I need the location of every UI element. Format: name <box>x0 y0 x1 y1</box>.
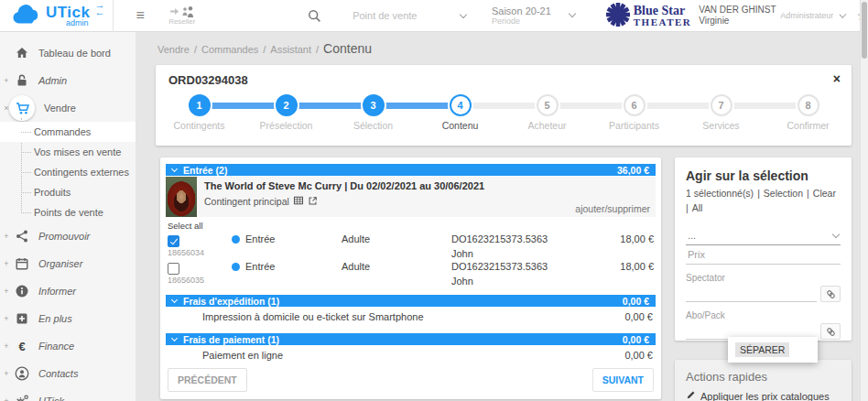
search-icon[interactable] <box>308 9 321 23</box>
vertical-scrollbar[interactable] <box>860 0 868 401</box>
sidebar-subitem-label: Vos mises en vente <box>34 146 121 157</box>
point-de-vente-select[interactable]: Point de vente <box>353 10 466 21</box>
sidebar-subitem-label: Points de vente <box>34 207 103 218</box>
sidebar-item-contacts[interactable]: + Contacts <box>0 360 136 387</box>
chevron-down-icon <box>171 166 178 172</box>
section-title: Frais d'expédition (1) <box>183 296 279 307</box>
sidebar-item-vos-mises-en-vente[interactable]: Vos mises en vente <box>0 142 136 162</box>
org-name: Blue Star <box>634 5 691 17</box>
section-title: Entrée (2) <box>183 165 227 176</box>
user-role: Administrateur <box>780 11 833 21</box>
breadcrumb-commandes[interactable]: Commandes <box>201 44 258 55</box>
step-services[interactable]: 7Services <box>678 91 765 131</box>
step-label: Acheteur <box>527 120 566 131</box>
event-title: The World of Steve Mc Curry | Du 02/02/2… <box>204 180 570 191</box>
step-selection[interactable]: 3Sélection <box>330 91 417 131</box>
reseller-button[interactable]: Reseller <box>168 5 201 26</box>
section-header-paiement[interactable]: Frais de paiement (1) 0,00 € <box>166 333 656 345</box>
breadcrumb-vendre[interactable]: Vendre <box>157 44 190 55</box>
sidebar-item-promouvoir[interactable]: + Promouvoir <box>0 222 136 250</box>
ticket-category: Adulte <box>342 261 451 272</box>
price-input[interactable] <box>686 245 841 265</box>
logo-arrows-icon: →← <box>95 1 105 16</box>
breadcrumb-assistant[interactable]: Assistant <box>270 44 311 55</box>
fee-row: Paiement en ligne 0,00 € <box>166 345 656 364</box>
ticket-id: 18656034 <box>168 248 232 257</box>
section-header-expedition[interactable]: Frais d'expédition (1) 0,00 € <box>166 295 656 307</box>
euro-icon: € <box>15 339 29 353</box>
sidebar-subitem-label: Produits <box>34 187 71 198</box>
next-button[interactable]: SUIVANT <box>592 368 654 392</box>
section-total: 0,00 € <box>623 334 649 345</box>
sidebar-item-utick[interactable]: + UTick <box>0 387 136 401</box>
step-contingents[interactable]: 1Contingents <box>156 91 243 131</box>
selection-action-panel: Agir sur la sélection 1 sélectionné(s) |… <box>675 157 852 341</box>
step-label: Contenu <box>442 120 479 131</box>
menu-item-separer[interactable]: SÉPARER <box>735 342 789 357</box>
app-logo[interactable]: UTick →← admin <box>0 0 114 32</box>
ticket-type: Entrée <box>245 261 275 272</box>
link-abopack-button[interactable] <box>820 323 841 340</box>
table-icon[interactable] <box>293 195 304 208</box>
ticket-price: 18,00 € <box>586 261 654 272</box>
season-select[interactable]: Saison 20-21 Periode <box>492 5 575 27</box>
sidebar-item-en-plus[interactable]: + En plus <box>0 305 136 332</box>
contingent-label: Contingent principal <box>204 196 289 207</box>
reseller-label: Reseller <box>168 17 196 26</box>
sidebar-item-label: UTick <box>38 396 64 401</box>
breadcrumb-separator: / <box>263 44 266 55</box>
sidebar-item-contingents-externes[interactable]: Contingents externes <box>0 162 136 182</box>
calendar-icon <box>15 256 29 271</box>
section-header-entree[interactable]: Entrée (2) 36,00 € <box>166 164 656 176</box>
fee-price: 0,00 € <box>624 311 653 322</box>
quick-actions-title: Actions rapides <box>686 370 841 384</box>
step-preselection[interactable]: 2Préselection <box>243 91 330 131</box>
row-checkbox-checked[interactable] <box>168 235 179 247</box>
event-row: The World of Steve Mc Curry | Du 02/02/2… <box>166 177 656 217</box>
step-participants[interactable]: 6Participants <box>591 91 678 131</box>
user-menu[interactable]: VAN DER GHINST Virginie Administrateur <box>699 5 833 27</box>
sidebar-item-informer[interactable]: + Informer <box>0 277 136 305</box>
ticket-row: Entrée Adulte DO1623215373.5363 18,00 € … <box>166 233 656 260</box>
external-link-icon[interactable] <box>308 196 318 208</box>
ticket-holder: John <box>451 248 586 259</box>
fee-row: Impression à domicile ou e-ticket sur Sm… <box>166 307 656 326</box>
sidebar-item-tableau-de-bord[interactable]: Tableau de bord <box>0 39 136 67</box>
plus-square-icon <box>15 311 29 326</box>
expand-marker: + <box>3 341 10 351</box>
clear-link[interactable]: Clear <box>813 188 836 199</box>
hamburger-menu-icon[interactable]: ≡ <box>136 7 144 24</box>
row-checkbox[interactable] <box>168 263 179 275</box>
expand-marker: + <box>3 76 10 85</box>
section-total: 0,00 € <box>623 296 649 307</box>
chevron-down-icon[interactable] <box>840 11 847 18</box>
step-acheteur[interactable]: 5Acheteur <box>504 91 591 131</box>
close-icon[interactable]: × <box>833 73 841 87</box>
link-spectator-button[interactable] <box>820 286 841 302</box>
quick-action-label: Appliquer les prix catalogues <box>700 391 830 401</box>
gears-icon <box>15 394 29 401</box>
sidebar-item-points-de-vente[interactable]: Points de vente <box>0 202 136 222</box>
sidebar-item-commandes[interactable]: Commandes <box>0 122 136 142</box>
step-number: 1 <box>189 94 211 116</box>
ticket-holder: John <box>451 276 586 287</box>
chevron-down-icon <box>171 335 178 341</box>
sidebar-item-finance[interactable]: + € Finance <box>0 332 136 360</box>
apply-catalog-prices-link[interactable]: Appliquer les prix catalogues <box>686 390 841 401</box>
spectator-input[interactable] <box>686 283 817 302</box>
selection-link[interactable]: Selection <box>764 188 803 199</box>
select-all-label[interactable]: Select all <box>168 221 656 231</box>
sidebar: Tableau de bord + Admin × Vendre Command… <box>0 32 136 401</box>
scrollbar-thumb[interactable] <box>862 2 867 59</box>
step-confirmer[interactable]: 8Confirmer <box>765 91 852 131</box>
separator: | <box>757 188 760 199</box>
action-select[interactable]: ... <box>686 228 841 245</box>
sidebar-item-organiser[interactable]: + Organiser <box>0 250 136 277</box>
previous-button[interactable]: PRÉCÉDENT <box>168 368 247 392</box>
sidebar-item-admin[interactable]: + Admin <box>0 67 136 94</box>
step-contenu[interactable]: 4Contenu <box>417 91 504 131</box>
chevron-down-icon <box>832 230 840 237</box>
add-remove-link[interactable]: ajouter/supprimer <box>575 203 650 214</box>
sidebar-item-produits[interactable]: Produits <box>0 182 136 202</box>
all-link[interactable]: All <box>692 202 703 213</box>
